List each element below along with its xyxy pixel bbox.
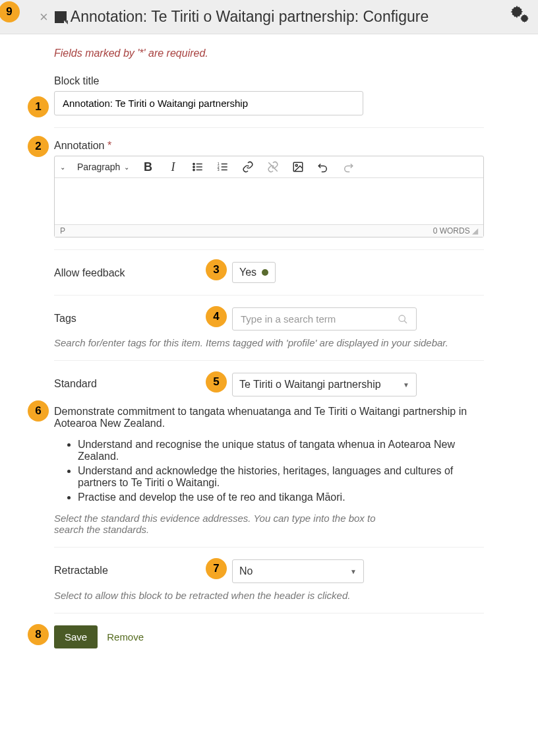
retractable-help-text: Select to allow this block to be retract… — [54, 590, 484, 601]
standard-description-block: 6 Demonstrate commitment to tangata when… — [54, 406, 484, 503]
block-title-label: Block title — [54, 75, 484, 87]
editor-content-area[interactable] — [55, 178, 483, 224]
svg-text:3: 3 — [218, 168, 220, 172]
tags-search-wrapper — [232, 307, 417, 331]
unlink-button[interactable] — [266, 160, 280, 173]
editor-resize-handle[interactable]: ◢ — [472, 226, 478, 236]
standard-help-text: Select the standard this evidence addres… — [54, 513, 397, 535]
standard-description: Demonstrate commitment to tangata whenua… — [54, 406, 484, 429]
marker-3: 3 — [206, 259, 227, 280]
marker-5: 5 — [206, 371, 227, 393]
link-button[interactable] — [241, 160, 254, 173]
editor-toolbar: ⌄ Paragraph ⌄ B I 123 — [55, 156, 483, 178]
note-icon — [55, 11, 67, 23]
editor-status-bar: P 0 WORDS ◢ — [55, 224, 483, 237]
chevron-down-icon: ▼ — [403, 381, 409, 389]
svg-point-15 — [399, 315, 405, 321]
svg-point-4 — [193, 169, 194, 170]
block-title-input[interactable] — [54, 91, 363, 115]
standard-select[interactable]: Te Tiriti o Waitangi partnership ▼ — [232, 373, 417, 396]
svg-point-0 — [193, 163, 194, 164]
marker-7: 7 — [206, 558, 227, 579]
editor-format-select[interactable]: Paragraph ⌄ — [77, 162, 129, 172]
numbered-list-button[interactable]: 123 — [216, 160, 229, 173]
bold-button[interactable]: B — [141, 160, 154, 173]
editor-word-count: 0 WORDS — [433, 226, 470, 236]
tags-input[interactable] — [241, 313, 398, 325]
editor-path: P — [60, 226, 65, 236]
retractable-select[interactable]: No ▼ — [232, 559, 364, 583]
image-button[interactable] — [291, 160, 305, 173]
settings-gear-icon[interactable] — [509, 4, 530, 30]
standard-bullets: Understand and recognise the unique stat… — [78, 439, 484, 503]
required-fields-note: Fields marked by '*' are required. — [54, 47, 484, 59]
toggle-indicator-icon — [262, 269, 268, 276]
allow-feedback-toggle[interactable]: Yes — [232, 262, 276, 283]
marker-8: 8 — [28, 624, 49, 645]
remove-button[interactable]: Remove — [107, 631, 144, 643]
list-item: Understand and acknowledge the histories… — [78, 465, 484, 489]
save-button[interactable]: Save — [54, 625, 98, 648]
annotation-editor: ⌄ Paragraph ⌄ B I 123 P 0 WORDS ◢ — [54, 156, 484, 237]
marker-6: 6 — [28, 400, 49, 422]
modal-header: 9 × Annotation: Te Tiriti o Waitangi par… — [0, 0, 538, 34]
italic-button[interactable]: I — [166, 160, 179, 173]
tags-help-text: Search for/enter tags for this item. Ite… — [54, 337, 484, 348]
marker-2: 2 — [28, 136, 49, 157]
marker-1: 1 — [28, 96, 49, 117]
svg-point-14 — [296, 164, 298, 166]
marker-4: 4 — [206, 306, 227, 327]
svg-point-2 — [193, 166, 194, 168]
bullet-list-button[interactable] — [191, 160, 204, 173]
undo-button[interactable] — [316, 160, 330, 173]
editor-menu-toggle[interactable]: ⌄ — [60, 164, 65, 171]
svg-line-16 — [404, 321, 407, 323]
marker-9: 9 — [0, 1, 20, 22]
search-icon — [398, 314, 408, 325]
annotation-label: Annotation * — [54, 140, 484, 152]
list-item: Practise and develop the use of te reo a… — [78, 491, 484, 503]
modal-title: Annotation: Te Tiriti o Waitangi partner… — [71, 8, 509, 26]
list-item: Understand and recognise the unique stat… — [78, 439, 484, 462]
close-icon[interactable]: × — [40, 10, 48, 24]
chevron-down-icon: ▼ — [350, 568, 357, 575]
redo-button[interactable] — [342, 160, 355, 173]
